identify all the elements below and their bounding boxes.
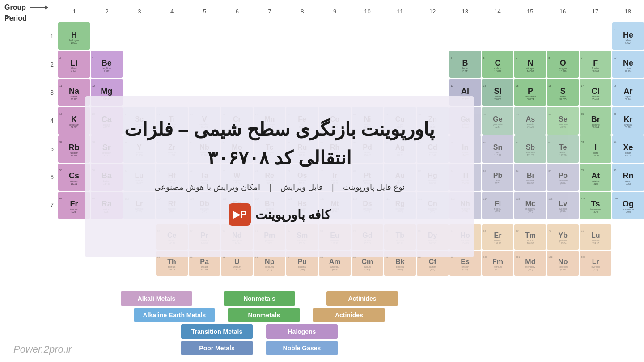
group-num-14: 14 [481,8,514,15]
period-num-3: 3 [0,79,58,107]
group-label: Group [4,4,48,12]
element-sn: 50 Sn tin 118.71 [482,135,514,163]
element-he: 2 He helium 4.0026 [612,22,644,50]
legend-row-1: Alkaline Earth Metals Nonmetals Actinide… [58,308,461,322]
group-num-11: 11 [384,8,416,15]
element-be: 4 Be beryllium 9.012 [91,51,123,78]
element-te: 52 Te telluriu 127.60 [547,135,579,163]
group-num-10: 10 [351,8,384,15]
element-no-act: 102 No nobelium (259) [547,251,579,276]
legend-nonmetals-0: Nonmetals [224,291,295,306]
group-num-13: 13 [449,8,481,15]
element-c: 6 C carbon 12.011 [482,51,514,78]
info-item3: امکان ویرایش با هوش مصنوعی [154,183,260,192]
group-num-18: 18 [611,8,644,15]
group-num-15: 15 [514,8,547,15]
element-p: 15 P phosphorus 30.974 [514,79,546,106]
element-b: 5 B boron 10.811 [449,51,481,78]
element-yb-lan: 70 Yb ytterbiu 173.04 [547,224,579,250]
group-num-3: 3 [123,8,156,15]
info-item2: قابل ویرایش [280,183,323,192]
legend-area: Alkali Metals Nonmetals Actinides Alkali… [58,291,461,362]
group-numbers: 123456789101112131415161718 [58,0,644,22]
element-fl: 114 Fl fleroviu (289) [482,192,514,219]
element-lr-act: 103 Lr lawrenci (262) [580,251,611,276]
element-kr: 36 Kr krypton 83.798 [612,107,644,134]
element-at: 85 At astatine (210) [580,164,611,191]
info-bar: نوع فایل پاورپوینت | قابل ویرایش | امکان… [154,182,404,192]
group-num-2: 2 [91,8,123,15]
info-item1: نوع فایل پاورپوینت [343,183,405,192]
element-er-lan: 68 Er erbium 167.26 [482,224,514,250]
group-num-8: 8 [286,8,318,15]
element-tm-lan: 69 Tm thulium 168.93 [514,224,546,250]
element-i: 53 I iodine 126.90 [580,135,611,163]
main-heading: پاورپوینت بازنگری سطح شیمی – فلزات [124,118,435,140]
element-ar: 18 Ar argon 39.948 [612,79,644,106]
legend-noble-gases: Noble Gases [266,341,338,355]
element-o: 8 O oxygen 15.999 [547,51,579,78]
element-lv: 116 Lv livermor (293) [547,192,579,219]
element-n: 7 N nitrogen 14.007 [514,51,546,78]
element-br: 35 Br bromine 79.904 [580,107,611,134]
element-mc: 115 Mc moscoviu (288) [514,192,546,219]
element-si: 14 Si silicon 28.086 [482,79,514,106]
element-li: 3 Li lithium 6.941 [58,51,90,78]
period-num-2: 2 [0,51,58,79]
powerpoint-icon: P▶ [229,203,251,226]
element-h: 1 H hydrogen 1.0079 [58,22,90,50]
element-se: 34 Se selenium 78.96 [547,107,579,134]
legend-actinides-1: Actinides [313,308,385,322]
watermark: Power.2pro.ir [13,344,72,355]
group-num-4: 4 [156,8,188,15]
legend-poor-metals: Poor Metals [181,341,253,355]
logo-area: کافه پاورپوینت P▶ [229,203,331,226]
legend-actinides: Actinides [326,291,398,306]
group-arrow [30,7,48,8]
sep1: | [330,183,334,192]
element-md-act: 101 Md mendelev (258) [514,251,546,276]
legend-alkali-metals: Alkali Metals [121,291,192,306]
legend-transition-metals: Transition Metals [181,324,253,339]
period-numbers: 1234567 [0,22,58,219]
element-fm-act: 100 Fm fermium (257) [482,251,514,276]
period-num-4: 4 [0,107,58,135]
group-num-16: 16 [547,8,579,15]
legend-row-2: Transition Metals Halogens [58,324,461,339]
element-xe: 54 Xe xenon 131.29 [612,135,644,163]
element-f: 9 F fluorine 18.998 [580,51,611,78]
element-ts: 117 Ts tennessine (294) [580,192,611,219]
sep2: | [267,183,271,192]
legend-alkaline-earth: Alkaline Earth Metals [134,308,215,322]
group-num-12: 12 [416,8,449,15]
element-sb: 51 Sb antimony 121.76 [514,135,546,163]
group-period-label: Group Period [0,0,58,31]
period-arrow [8,5,8,19]
legend-row-3: Poor Metals Noble Gases [58,341,461,355]
group-num-9: 9 [318,8,351,15]
element-cl: 17 Cl chlorine 35.453 [580,79,611,106]
element-rn: 86 Rn radon (222) [612,164,644,191]
element-s: 16 S sulfur 32.065 [547,79,579,106]
group-num-5: 5 [188,8,221,15]
group-num-7: 7 [254,8,286,15]
content-wrapper: پاورپوینت بازنگری سطح شیمی – فلزات انتقا… [85,96,474,257]
element-og: 118 Og oganesson (294) [612,192,644,219]
group-num-1: 1 [58,8,91,15]
sub-heading: انتقالی کد ۳۰۶۷۰۸ [208,147,352,169]
element-lu-lan: 71 Lu lutetium 174.97 [580,224,611,250]
element-ge: 32 Ge germaniu 72.63 [482,107,514,134]
element-as: 33 As arsenic 74.922 [514,107,546,134]
period-num-6: 6 [0,163,58,191]
legend-halogens: Halogens [266,324,338,339]
element-ne: 10 Ne neon 20.180 [612,51,644,78]
group-num-6: 6 [221,8,254,15]
legend-row-0: Alkali Metals Nonmetals Actinides [58,291,461,306]
element-pb: 82 Pb lead 207.2 [482,164,514,191]
logo-text: کافه پاورپوینت [255,207,331,222]
element-po: 84 Po polonium (209) [547,164,579,191]
element-bi: 83 Bi bismuth 208.98 [514,164,546,191]
legend-nonmetals-1: Nonmetals [228,308,300,322]
period-num-5: 5 [0,135,58,163]
period-num-7: 7 [0,191,58,219]
